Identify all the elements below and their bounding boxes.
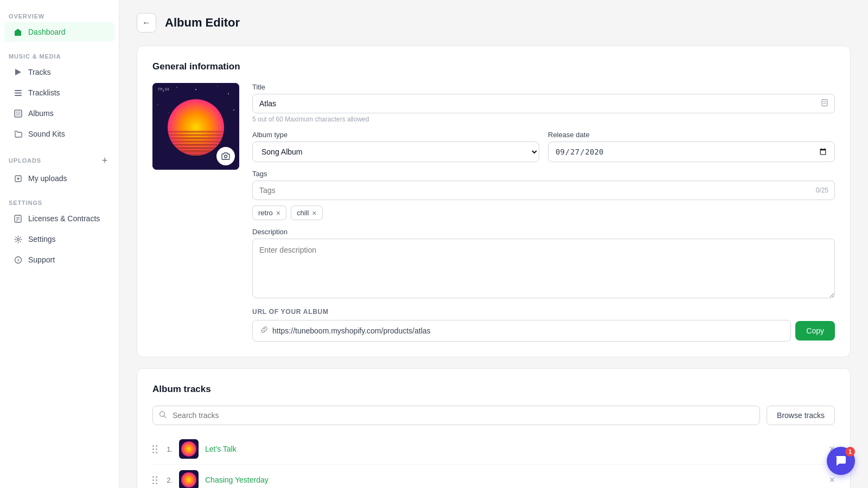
title-input-wrapper	[252, 94, 835, 113]
tag-chip-chill: chill ×	[291, 206, 323, 220]
sidebar-item-licenses[interactable]: Licenses & Contracts	[4, 209, 114, 228]
tags-label: Tags	[252, 170, 835, 178]
sidebar: OVERVIEW Dashboard MUSIC & MEDIA Tracks …	[0, 0, 119, 488]
track-remove-2[interactable]: ×	[829, 474, 835, 486]
sidebar-sound-kits-label: Sound Kits	[28, 130, 65, 138]
track-thumb-2	[179, 470, 199, 488]
type-date-row: Album type Song Album EP Single Release …	[252, 131, 835, 162]
drag-handle-2[interactable]	[152, 476, 157, 484]
tag-label-retro: retro	[258, 209, 273, 217]
title-input[interactable]	[252, 94, 835, 113]
title-hint: 5 out of 60 Maximum characters allowed	[252, 115, 835, 123]
track-thumb-1	[179, 439, 199, 459]
svg-point-21	[157, 104, 158, 105]
sidebar-item-dashboard[interactable]: Dashboard	[4, 22, 114, 42]
url-section-label: URL OF YOUR ALBUM	[252, 308, 835, 316]
svg-point-19	[217, 86, 218, 86]
sidebar-item-tracks[interactable]: Tracks	[4, 62, 114, 82]
sidebar-tracks-label: Tracks	[28, 68, 50, 76]
svg-point-18	[195, 89, 196, 90]
general-info-title: General information	[152, 61, 835, 72]
svg-point-20	[228, 93, 229, 94]
sidebar-settings-label: Settings	[28, 235, 56, 243]
search-icon	[159, 411, 167, 420]
sidebar-item-albums[interactable]: Albums	[4, 104, 114, 123]
search-tracks-input[interactable]	[152, 406, 760, 425]
description-textarea[interactable]	[252, 239, 835, 298]
svg-point-35	[225, 155, 227, 158]
track-name-1: Let's Talk	[205, 445, 822, 453]
url-section: URL OF YOUR ALBUM https://tuneboom.mysho…	[252, 308, 835, 342]
license-icon	[13, 214, 23, 223]
sidebar-albums-label: Albums	[28, 109, 54, 118]
add-upload-button[interactable]: +	[99, 155, 110, 166]
release-date-group: Release date	[548, 131, 835, 162]
link-icon	[260, 326, 268, 336]
general-info-layout: FM-04 Title	[152, 83, 835, 342]
sidebar-my-uploads-label: My uploads	[28, 174, 67, 183]
tags-field-group: Tags 0/25 retro × chill ×	[252, 170, 835, 220]
folder-icon	[13, 129, 23, 139]
release-date-input[interactable]	[548, 142, 835, 162]
change-cover-button[interactable]	[216, 147, 235, 165]
tag-chip-retro: retro ×	[252, 206, 286, 220]
svg-text:FM-04: FM-04	[158, 87, 169, 92]
general-info-card: General information	[137, 46, 851, 357]
sidebar-support-label: Support	[28, 255, 55, 264]
drag-handle-1[interactable]	[152, 445, 157, 453]
settings-section-label: SETTINGS	[0, 195, 119, 208]
svg-rect-1	[15, 90, 22, 91]
album-tracks-card: Album tracks Browse tracks 1. Let's Talk	[137, 368, 851, 488]
sidebar-item-settings[interactable]: Settings	[4, 229, 114, 249]
track-row: 1. Let's Talk ×	[152, 434, 835, 465]
sidebar-tracklists-label: Tracklists	[28, 88, 60, 97]
tags-input[interactable]	[252, 181, 835, 200]
svg-point-23	[168, 112, 169, 113]
track-num-1: 1.	[164, 445, 173, 453]
description-field-group: Description	[252, 228, 835, 300]
album-tracks-title: Album tracks	[152, 384, 835, 395]
album-type-label: Album type	[252, 131, 539, 139]
album-cover-wrapper: FM-04	[152, 83, 239, 170]
sidebar-item-my-uploads[interactable]: My uploads	[4, 169, 114, 188]
track-name-2: Chasing Yesterday	[205, 476, 822, 484]
album-type-select[interactable]: Song Album EP Single	[252, 142, 539, 162]
sidebar-item-tracklists[interactable]: Tracklists	[4, 83, 114, 102]
list-icon	[13, 88, 23, 98]
tag-remove-retro[interactable]: ×	[276, 209, 280, 217]
support-icon: ?	[13, 255, 23, 265]
sidebar-item-support[interactable]: ? Support	[4, 250, 114, 269]
svg-rect-2	[15, 92, 22, 93]
svg-point-42	[181, 441, 196, 457]
browse-tracks-button[interactable]: Browse tracks	[767, 406, 835, 425]
document-icon	[821, 99, 828, 108]
url-value: https://tuneboom.myshopify.com/products/…	[272, 326, 431, 335]
tag-remove-chill[interactable]: ×	[312, 209, 316, 217]
svg-marker-0	[15, 69, 21, 75]
page-title: Album Editor	[165, 16, 240, 30]
svg-point-17	[176, 87, 177, 88]
description-label: Description	[252, 228, 835, 236]
url-row: https://tuneboom.myshopify.com/products/…	[252, 320, 835, 342]
title-label: Title	[252, 83, 835, 91]
album-type-group: Album type Song Album EP Single	[252, 131, 539, 162]
sidebar-licenses-label: Licenses & Contracts	[28, 214, 100, 223]
overview-section-label: OVERVIEW	[0, 9, 119, 22]
copy-url-button[interactable]: Copy	[795, 321, 835, 341]
back-button[interactable]: ←	[137, 13, 156, 33]
music-media-section-label: MUSIC & MEDIA	[0, 49, 119, 62]
svg-point-22	[233, 110, 234, 111]
sidebar-item-sound-kits[interactable]: Sound Kits	[4, 124, 114, 144]
tracks-search-row: Browse tracks	[152, 406, 835, 425]
home-icon	[13, 27, 23, 37]
play-icon	[13, 67, 23, 77]
album-icon	[13, 108, 23, 118]
svg-line-40	[164, 416, 167, 418]
page-header: ← Album Editor	[137, 13, 851, 33]
search-wrapper	[152, 406, 760, 425]
svg-rect-5	[16, 111, 21, 116]
svg-point-7	[17, 177, 19, 179]
track-row: 2. Chasing Yesterday ×	[152, 465, 835, 488]
upload-icon	[13, 174, 23, 183]
chat-widget[interactable]: 1	[827, 447, 855, 475]
